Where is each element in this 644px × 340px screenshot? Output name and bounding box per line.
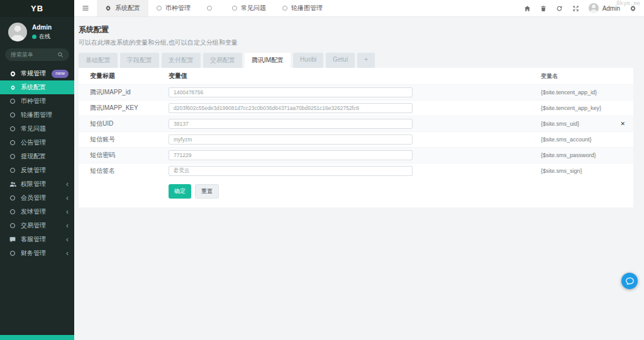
sidebar-item-system-config[interactable]: 系统配置: [0, 80, 74, 94]
sidebar-item-label: 公告管理: [21, 138, 46, 147]
sidebar-item-feedback[interactable]: 反馈管理: [0, 163, 74, 177]
sidebar-group-faqiu[interactable]: 发球管理 ‹: [0, 205, 74, 219]
row-var-name: {$site.sms_account}: [541, 136, 592, 143]
chevron-left-icon: ‹: [66, 250, 69, 257]
circle-icon: [8, 126, 17, 131]
tab-faq[interactable]: 常见问题: [224, 0, 274, 16]
sidebar-item-faq[interactable]: 常见问题: [0, 122, 74, 136]
circle-icon: [232, 6, 237, 11]
row-title: 腾讯IMAPP_KEY: [90, 104, 169, 112]
column-header-var: 变量名: [541, 72, 558, 80]
submit-button[interactable]: 确定: [169, 184, 191, 199]
circle-icon: [8, 251, 17, 256]
sidebar-search: [5, 48, 69, 61]
sidebar-group-finance[interactable]: 财务管理 ‹: [0, 246, 74, 260]
sms-uid-input[interactable]: [169, 119, 413, 129]
tab-basic-config[interactable]: 基础配置: [79, 53, 118, 68]
search-input[interactable]: [11, 52, 57, 58]
page-title: 系统配置: [79, 25, 633, 35]
comment-icon: [8, 236, 17, 243]
app-logo: YB: [0, 0, 74, 17]
tencent-app-id-input[interactable]: [169, 87, 413, 97]
tab-getui[interactable]: Getui: [326, 53, 355, 68]
circle-icon: [8, 140, 17, 145]
sidebar-section-general[interactable]: 常规管理 new: [0, 67, 74, 80]
sidebar-item-label: 反馈管理: [21, 166, 46, 175]
sidebar-group-trade[interactable]: 交易管理 ‹: [0, 219, 74, 233]
add-tab-button[interactable]: +: [357, 53, 375, 68]
user-name: Admin: [32, 24, 52, 31]
sidebar-item-announcement[interactable]: 公告管理: [0, 136, 74, 150]
row-var-name: {$site.sms_uid}: [541, 121, 579, 127]
tab-banner-manage[interactable]: 轮播图管理: [274, 0, 331, 16]
circle-icon: [8, 223, 17, 228]
avatar: [589, 3, 599, 13]
circle-icon: [8, 168, 17, 173]
sidebar: YB Admin 在线 常规管理: [0, 0, 74, 340]
reset-button[interactable]: 重置: [195, 184, 219, 199]
sidebar-group-label: 发球管理: [21, 207, 46, 216]
row-var-name: {$site.sms_password}: [541, 152, 596, 158]
sidebar-group-service[interactable]: 客服管理 ‹: [0, 233, 74, 246]
circle-icon: [8, 112, 17, 118]
sms-sign-input[interactable]: [169, 166, 413, 176]
sms-account-input[interactable]: [169, 134, 413, 145]
gear-icon: [105, 5, 111, 11]
tab-trade-config[interactable]: 交易配置: [203, 53, 242, 68]
circle-icon: [8, 99, 17, 104]
new-badge: new: [52, 70, 69, 78]
sidebar-section-label: 常规管理: [21, 69, 46, 78]
user-meta: Admin 在线: [32, 24, 52, 41]
tab-unnamed[interactable]: [199, 0, 224, 16]
circle-icon: [282, 6, 287, 11]
tab-huobi[interactable]: Huobi: [293, 53, 323, 68]
tab-pay-config[interactable]: 支付配置: [162, 53, 201, 68]
sidebar-item-label: 常见问题: [21, 124, 46, 133]
sidebar-item-banner-manage[interactable]: 轮播图管理: [0, 108, 74, 122]
row-title: 短信签名: [90, 167, 169, 175]
topbar-tabs: 系统配置 币种管理 常见问题 轮播图管理: [97, 0, 331, 16]
trash-icon[interactable]: [540, 5, 547, 12]
table-row: 短信UID {$site.sms_uid} ✕: [79, 116, 633, 131]
sidebar-item-coin-manage[interactable]: 币种管理: [0, 94, 74, 108]
sidebar-group-label: 权限管理: [21, 180, 46, 189]
sidebar-group-label: 财务管理: [21, 249, 46, 258]
remove-row-icon[interactable]: ✕: [620, 121, 625, 127]
sidebar-item-label: 币种管理: [21, 97, 46, 106]
tab-system-config[interactable]: 系统配置: [97, 0, 148, 16]
watermark: 8kym.me: [616, 0, 640, 6]
table-row: 短信签名 {$site.sms_sign}: [79, 163, 633, 178]
refresh-icon[interactable]: [556, 5, 563, 12]
sidebar-group-label: 交易管理: [21, 221, 46, 230]
sidebar-bottom-bar: [0, 335, 74, 340]
circle-icon: [8, 195, 17, 200]
sms-password-input[interactable]: [169, 150, 413, 160]
tab-tencent-im-config[interactable]: 腾讯IM配置: [245, 53, 291, 68]
chat-widget-button[interactable]: [621, 273, 638, 289]
sidebar-item-withdraw-config[interactable]: 提现配置: [0, 150, 74, 163]
circle-icon: [207, 6, 212, 11]
tab-field-config[interactable]: 字段配置: [120, 53, 159, 68]
topbar: 系统配置 币种管理 常见问题 轮播图管理: [74, 0, 644, 17]
sidebar-user-panel: Admin 在线: [0, 17, 74, 46]
hamburger-menu-icon[interactable]: [74, 0, 97, 16]
users-icon: [8, 181, 17, 188]
row-var-name: {$site.tencent_app_key}: [541, 105, 601, 111]
home-icon[interactable]: [524, 5, 531, 12]
table-header: 变量标题 变量值 变量名: [79, 68, 633, 84]
user-status-label: 在线: [39, 33, 50, 41]
gears-icon: [8, 70, 17, 77]
tab-label: 轮播图管理: [291, 4, 323, 13]
sidebar-group-member[interactable]: 会员管理 ‹: [0, 191, 74, 205]
tab-label: 系统配置: [115, 4, 140, 13]
search-icon: [57, 52, 64, 58]
tencent-app-key-input[interactable]: [169, 103, 413, 113]
avatar: [8, 23, 27, 41]
topbar-user[interactable]: Admin: [589, 3, 620, 13]
fullscreen-icon[interactable]: [572, 5, 579, 12]
circle-icon: [8, 154, 17, 159]
sidebar-group-permission[interactable]: 权限管理 ‹: [0, 177, 74, 191]
chevron-left-icon: ‹: [66, 194, 69, 202]
table-row: 腾讯IMAPP_KEY {$site.tencent_app_key}: [79, 100, 633, 116]
tab-coin-manage[interactable]: 币种管理: [148, 0, 199, 16]
